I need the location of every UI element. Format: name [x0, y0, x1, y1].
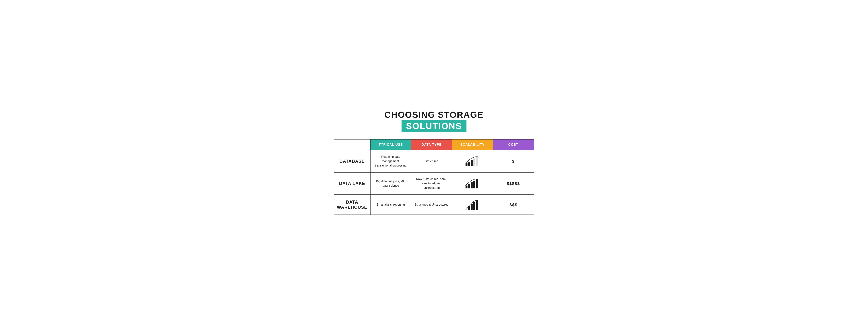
database-scalability-icon	[465, 156, 480, 167]
database-data-type: Structured	[411, 150, 452, 173]
svg-rect-8	[473, 181, 475, 188]
warehouse-typical-use: BI, analysis, reporting	[371, 195, 411, 214]
svg-rect-2	[471, 160, 473, 166]
svg-rect-1	[468, 162, 470, 166]
datalake-data-type: Raw & structured, semi-structured, and u…	[411, 173, 452, 195]
svg-rect-10	[466, 208, 468, 210]
header-empty-cell	[334, 140, 371, 150]
svg-rect-5	[466, 186, 468, 188]
title-line2-wrapper: SOLUTIONS	[402, 120, 466, 132]
title-line1: CHOOSING STORAGE	[334, 110, 534, 120]
row-label-data-warehouse: DATA WAREHOUSE	[334, 195, 371, 214]
svg-rect-9	[476, 179, 478, 188]
svg-rect-14	[476, 200, 478, 210]
svg-rect-6	[468, 184, 470, 188]
datalake-scalability-icon	[465, 178, 480, 189]
row-label-database: DATABASE	[334, 150, 371, 173]
datalake-scalability	[452, 173, 493, 195]
database-scalability	[452, 150, 493, 173]
database-cost: $	[493, 150, 534, 173]
svg-rect-12	[471, 204, 473, 210]
svg-rect-3	[473, 158, 475, 166]
warehouse-data-type: Structured & Unstructured	[411, 195, 452, 214]
warehouse-scalability-icon	[465, 199, 480, 210]
header-scalability: SCALABILITY	[452, 140, 493, 150]
svg-rect-0	[466, 164, 468, 166]
svg-rect-4	[476, 157, 478, 166]
header-cost: COST	[493, 140, 534, 150]
header-data-type: DATA TYPE	[411, 140, 452, 150]
datalake-typical-use: Big data analytics, ML, data science	[371, 173, 411, 195]
svg-rect-13	[473, 202, 475, 210]
database-typical-use: Real-time data management, transactional…	[371, 150, 411, 173]
title-section: CHOOSING STORAGE SOLUTIONS	[334, 110, 534, 132]
warehouse-cost: $$$	[493, 195, 534, 214]
title-line2: SOLUTIONS	[406, 121, 462, 131]
comparison-table: TYPICAL USE DATA TYPE SCALABILITY COST D…	[334, 139, 534, 215]
svg-rect-7	[471, 182, 473, 188]
warehouse-scalability	[452, 195, 493, 214]
page-wrapper: CHOOSING STORAGE SOLUTIONS TYPICAL USE D…	[334, 110, 534, 215]
header-typical-use: TYPICAL USE	[371, 140, 411, 150]
row-label-data-lake: DATA LAKE	[334, 173, 371, 195]
datalake-cost: $$$$$	[493, 173, 534, 195]
